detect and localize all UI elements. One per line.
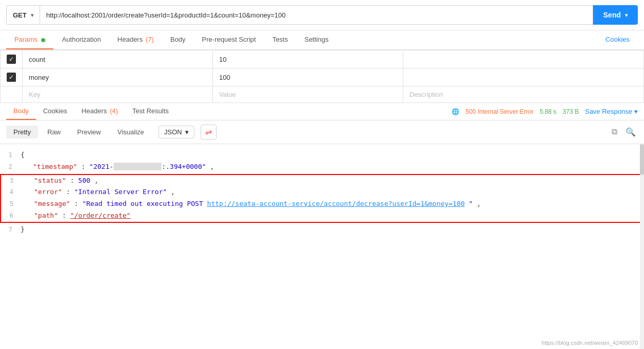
url-bar: GET ▾ Send ▾: [0, 0, 644, 30]
method-label: GET: [13, 11, 27, 19]
desc-placeholder: Description: [409, 91, 443, 98]
pretty-button[interactable]: Pretty: [6, 126, 38, 138]
format-row: Pretty Raw Preview Visualize JSON ▾ ⇌ ⧉ …: [0, 120, 644, 144]
scrollbar-track: [640, 144, 644, 349]
params-table: ✓ count 10 ✓ money 100 Key Va: [0, 50, 644, 103]
line-num-7: 7: [0, 225, 21, 235]
empty-checkbox-cell: [1, 86, 23, 103]
send-button[interactable]: Send ▾: [593, 5, 638, 25]
json-val-error: "Internal Server Error": [74, 188, 167, 196]
tab-params[interactable]: Params: [6, 30, 53, 49]
checkbox-cell[interactable]: ✓: [1, 50, 23, 68]
raw-button[interactable]: Raw: [40, 126, 68, 138]
json-key-timestamp: "timestamp": [33, 163, 77, 170]
copy-icon[interactable]: ⧉: [610, 125, 619, 139]
json-key-status: "status": [34, 177, 66, 184]
status-badge: 500 Internal Server Error: [466, 108, 533, 115]
highlighted-block: 3 "status" : 500 , 4 "error" : "Internal…: [0, 174, 644, 223]
checkbox-cell-money[interactable]: ✓: [1, 68, 23, 86]
table-row: ✓ money 100: [1, 68, 644, 86]
empty-desc-cell[interactable]: Description: [403, 86, 644, 103]
param-key-count[interactable]: count: [23, 50, 213, 68]
save-response-button[interactable]: Save Response ▾: [585, 108, 638, 115]
params-dot: [41, 38, 45, 42]
icon-buttons: ⧉ 🔍: [610, 125, 638, 139]
param-key-money[interactable]: money: [23, 68, 213, 86]
watermark: https://blog.csdn.net/weixin_42469070: [542, 340, 638, 346]
key-placeholder: Key: [29, 91, 40, 98]
tab-body[interactable]: Body: [162, 30, 194, 49]
json-val-path[interactable]: "/order/create": [70, 212, 130, 219]
json-val-message-post: ": [469, 200, 473, 207]
response-size: 373 B: [563, 108, 579, 115]
method-select[interactable]: GET ▾: [6, 5, 40, 25]
response-headers-badge: (4): [110, 107, 118, 115]
checkbox-money[interactable]: ✓: [7, 73, 16, 82]
table-row: ✓ count 10: [1, 50, 644, 68]
send-chevron: ▾: [625, 12, 628, 18]
line-num-4: 4: [1, 187, 22, 197]
json-line-1: 1 {: [0, 149, 644, 161]
json-val-status: 500: [78, 177, 90, 184]
empty-val-cell[interactable]: Value: [213, 86, 403, 103]
value-placeholder: Value: [219, 91, 236, 98]
wrap-button[interactable]: ⇌: [201, 125, 217, 139]
json-line-3: 3 "status" : 500 ,: [1, 175, 643, 187]
json-line-2: 2 "timestamp" : "2021-••••••••••••:.394+…: [0, 161, 644, 173]
param-desc-money[interactable]: [403, 68, 644, 86]
preview-button[interactable]: Preview: [70, 126, 108, 138]
response-meta: 🌐 500 Internal Server Error 5.88 s 373 B…: [452, 108, 638, 115]
tab-tests[interactable]: Tests: [264, 30, 296, 49]
line-num-1: 1: [0, 150, 21, 160]
checkbox-count[interactable]: ✓: [7, 55, 16, 64]
tab-authorization[interactable]: Authorization: [53, 30, 109, 49]
scrollbar-thumb[interactable]: [640, 144, 644, 175]
json-key-message: "message": [34, 200, 70, 207]
tab-cookies[interactable]: Cookies: [597, 30, 638, 49]
headers-badge: (7): [146, 36, 154, 43]
tab-prerequest[interactable]: Pre-request Script: [194, 30, 264, 49]
param-desc-count[interactable]: [403, 50, 644, 68]
request-tabs-row: Params Authorization Headers (7) Body Pr…: [0, 30, 644, 50]
tab-test-results[interactable]: Test Results: [125, 103, 176, 120]
globe-icon: 🌐: [452, 108, 459, 115]
json-val-message-pre: "Read timed out executing POST: [82, 200, 207, 207]
json-line-7: 7 }: [0, 224, 644, 236]
json-val-timestamp: "2021-••••••••••••:.394+0000": [90, 163, 206, 170]
response-tabs-row: Body Cookies Headers (4) Test Results 🌐 …: [0, 103, 644, 120]
empty-key-cell[interactable]: Key: [23, 86, 213, 103]
line-num-2: 2: [0, 162, 21, 172]
json-line-4: 4 "error" : "Internal Server Error" ,: [1, 186, 643, 198]
json-line-6: 6 "path" : "/order/create": [1, 210, 643, 222]
response-time: 5.88 s: [540, 108, 557, 115]
param-val-money[interactable]: 100: [213, 68, 403, 86]
json-url-message[interactable]: http://seata-account-service/account/dec…: [207, 200, 465, 207]
table-row-empty: Key Value Description: [1, 86, 644, 103]
line-num-3: 3: [1, 176, 22, 186]
tab-response-headers[interactable]: Headers (4): [75, 103, 126, 120]
line-num-5: 5: [1, 199, 22, 209]
json-content-area: 1 { 2 "timestamp" : "2021-••••••••••••:.…: [0, 144, 644, 349]
tab-response-cookies[interactable]: Cookies: [36, 103, 75, 120]
json-brace-open: {: [21, 150, 25, 161]
param-val-count[interactable]: 10: [213, 50, 403, 68]
tab-headers[interactable]: Headers (7): [109, 30, 162, 49]
json-key-path: "path": [34, 212, 58, 219]
wrap-icon: ⇌: [205, 128, 212, 136]
line-num-6: 6: [1, 211, 22, 221]
tab-response-body[interactable]: Body: [6, 103, 36, 120]
json-brace-close: }: [21, 224, 25, 235]
visualize-button[interactable]: Visualize: [110, 126, 151, 138]
json-line-5: 5 "message" : "Read timed out executing …: [1, 198, 643, 210]
send-label: Send: [603, 11, 621, 19]
tab-settings[interactable]: Settings: [296, 30, 337, 49]
url-input[interactable]: [40, 5, 593, 25]
json-key-error: "error": [34, 188, 62, 196]
json-viewer: 1 { 2 "timestamp" : "2021-••••••••••••:.…: [0, 144, 644, 241]
main-container: GET ▾ Send ▾ Params Authorization Header…: [0, 0, 644, 349]
method-chevron: ▾: [31, 12, 33, 18]
format-select[interactable]: JSON ▾: [158, 126, 194, 138]
search-icon[interactable]: 🔍: [623, 125, 638, 139]
